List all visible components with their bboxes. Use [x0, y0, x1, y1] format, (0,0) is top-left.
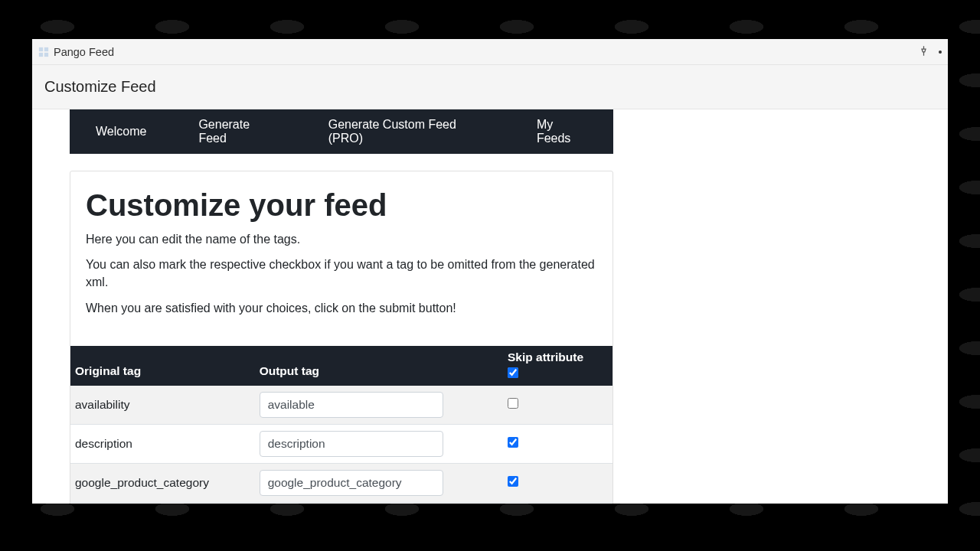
pin-icon[interactable] [918, 45, 929, 59]
skip-cell [503, 424, 612, 463]
original-tag-cell: availability [70, 386, 255, 425]
tab-welcome[interactable]: Welcome [70, 109, 172, 154]
titlebar: Pango Feed [32, 39, 948, 65]
svg-rect-2 [39, 52, 43, 56]
app-window: Pango Feed Customize Feed Welcome Genera… [32, 39, 948, 504]
output-tag-cell [255, 386, 503, 425]
card-intro-3: When you are satisfied with your choices… [86, 299, 597, 317]
page-title: Customize Feed [44, 78, 156, 96]
svg-rect-1 [44, 47, 48, 51]
table-row: description [70, 424, 612, 463]
original-tag-cell: description [70, 424, 255, 463]
svg-rect-0 [39, 47, 43, 51]
col-output-tag: Output tag [255, 346, 503, 386]
skip-all-checkbox[interactable] [508, 367, 518, 378]
skip-cell [503, 502, 612, 504]
card-intro-1: Here you can edit the name of the tags. [86, 230, 597, 248]
output-tag-cell [255, 424, 503, 463]
content-area: Welcome Generate Feed Generate Custom Fe… [32, 109, 948, 504]
tab-generate-feed[interactable]: Generate Feed [172, 109, 302, 154]
output-tag-input[interactable] [260, 392, 443, 418]
skip-cell [503, 463, 612, 502]
tab-my-feeds[interactable]: My Feeds [511, 109, 613, 154]
app-title: Pango Feed [54, 46, 114, 58]
table-row: google_product_category [70, 463, 612, 502]
original-tag-cell: variant_id [70, 502, 255, 504]
output-tag-cell [255, 463, 503, 502]
skip-cell [503, 386, 612, 425]
tag-table: Original tag Output tag Skip attribute a… [70, 346, 612, 504]
table-row: availability [70, 386, 612, 425]
skip-checkbox[interactable] [508, 437, 518, 448]
tab-generate-custom-feed-pro[interactable]: Generate Custom Feed (PRO) [302, 109, 511, 154]
titlebar-actions [918, 45, 942, 59]
tab-nav: Welcome Generate Feed Generate Custom Fe… [70, 109, 613, 154]
output-tag-input[interactable] [260, 431, 443, 457]
col-original-tag: Original tag [70, 346, 255, 386]
output-tag-cell [255, 502, 503, 504]
card-intro-2: You can also mark the respective checkbo… [86, 256, 597, 291]
table-row: variant_id [70, 502, 612, 504]
overflow-icon[interactable] [939, 51, 942, 54]
output-tag-input[interactable] [260, 470, 443, 496]
card-heading: Customize your feed [86, 188, 597, 223]
col-skip-label: Skip attribute [508, 350, 608, 364]
page-header: Customize Feed [32, 65, 948, 109]
skip-checkbox[interactable] [508, 398, 518, 409]
col-skip-attribute: Skip attribute [503, 346, 612, 386]
skip-checkbox[interactable] [508, 476, 518, 487]
app-icon [38, 47, 49, 57]
svg-rect-3 [44, 52, 48, 56]
customize-card: Customize your feed Here you can edit th… [70, 171, 613, 504]
original-tag-cell: google_product_category [70, 463, 255, 502]
